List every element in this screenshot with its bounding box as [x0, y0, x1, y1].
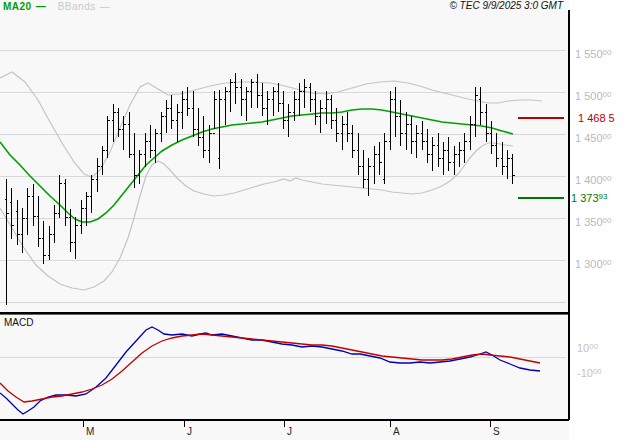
- chart-legend: MA20—BBands—: [3, 1, 110, 12]
- y-axis-label: 1 40000: [575, 174, 611, 188]
- y-axis-label: 1 50000: [575, 90, 611, 104]
- legend-ma20-label: MA20: [3, 1, 32, 12]
- support-level-label: 1 37393: [571, 192, 607, 206]
- y-axis-label: 1 30000: [575, 258, 611, 272]
- x-axis-month-label: M: [86, 426, 94, 437]
- y-axis-label: 1 35000: [575, 216, 611, 230]
- x-axis-month-label: J: [187, 426, 192, 437]
- macd-panel-label: MACD: [4, 317, 33, 328]
- stock-chart: MA20—BBands— © TEC 9/9/2025 3:0 GMT MACD…: [0, 0, 627, 440]
- ma20-line-swatch: —: [36, 1, 46, 12]
- macd-axis-label: 1000: [577, 342, 598, 356]
- legend-bbands-label: BBands: [58, 1, 96, 12]
- copyright-text: © TEC 9/9/2025 3:0 GMT: [449, 0, 563, 11]
- x-axis-month-label: A: [393, 426, 400, 437]
- x-axis-month-label: S: [493, 426, 500, 437]
- macd-axis-label: -1000: [577, 367, 602, 381]
- chart-canvas: [0, 0, 627, 440]
- y-axis-label: 1 45000: [575, 132, 611, 146]
- resistance-level-label: 1 468 5: [578, 112, 615, 124]
- bbands-line-swatch: —: [100, 1, 110, 12]
- y-axis-label: 1 55000: [575, 48, 611, 62]
- x-axis-month-label: J: [287, 426, 292, 437]
